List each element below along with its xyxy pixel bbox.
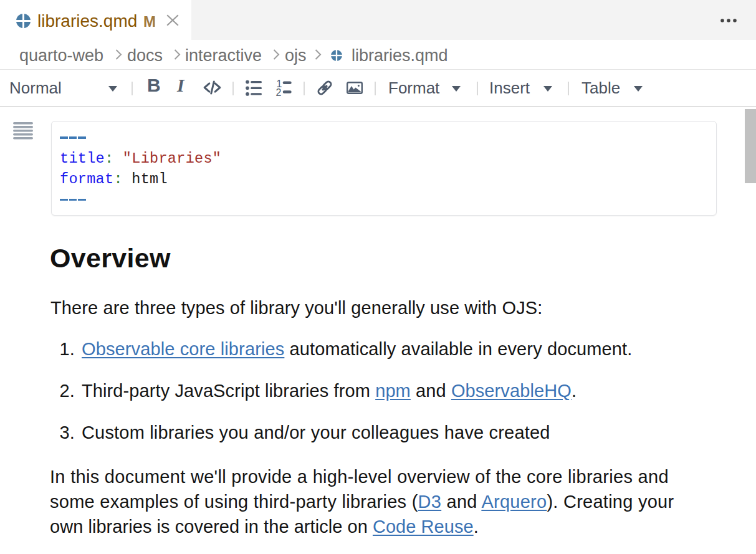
svg-text:2: 2 — [276, 87, 282, 97]
